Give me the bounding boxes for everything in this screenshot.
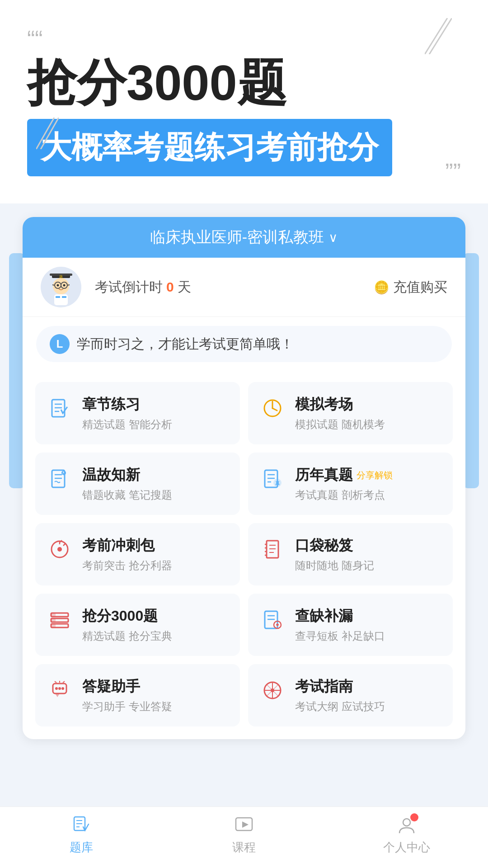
pocket-title: 口袋秘笈 [295,536,374,556]
grab-title: 抢分3000题 [82,606,172,626]
grab-icon [46,606,73,633]
menu-item-qa[interactable]: 答疑助手 学习助手 专业答疑 [35,664,240,726]
history-badge: 分享解锁 [357,469,393,481]
profile-icon-wrapper [397,815,417,837]
countdown-area: 考试倒计时 0 天 [95,278,374,297]
mock-exam-texts: 模拟考场 模拟试题 随机模考 [295,395,385,432]
history-texts: 历年真题 分享解锁 考试真题 剖析考点 [295,465,393,502]
svg-rect-52 [51,618,56,622]
deco-lines-top [425,18,452,54]
mock-exam-icon [259,395,286,422]
countdown-unit: 天 [178,278,191,297]
pocket-sub: 随时随地 随身记 [295,558,374,573]
profile-badge [410,813,418,821]
review-texts: 温故知新 错题收藏 笔记搜题 [82,465,172,502]
mock-exam-sub: 模拟试题 随机模考 [295,417,385,432]
menu-item-history[interactable]: 真 历年真题 分享解锁 考试真题 剖析考点 [248,453,453,515]
menu-item-mock[interactable]: 模拟考场 模拟试题 随机模考 [248,382,453,444]
checkgap-icon [259,606,286,633]
menu-item-pocket[interactable]: 口袋秘笈 随时随地 随身记 [248,523,453,585]
motivational-bar: L 学而时习之，才能让考试更简单哦！ [36,326,452,362]
svg-line-1 [429,18,452,54]
menu-item-sprint[interactable]: 考前冲刺包 考前突击 抢分利器 [35,523,240,585]
svg-rect-51 [51,613,56,617]
nav-label-course: 课程 [232,840,256,855]
review-title: 温故知新 [82,465,172,485]
recharge-icon: 🪙 [374,280,389,295]
guide-icon [259,677,286,704]
card-header-title: 临床执业医师-密训私教班 [150,227,324,248]
nav-item-tiku[interactable]: 题库 [41,815,122,855]
svg-line-0 [425,18,447,54]
sprint-sub: 考前突击 抢分利器 [82,558,172,573]
hero-section: ““ 抢分3000题 大概率考题练习考前抢分 ”” [0,0,488,203]
hero-quote-open: ““ [27,27,461,51]
menu-item-checkgap[interactable]: 查缺补漏 查寻短板 补足缺口 [248,594,453,656]
mock-exam-title: 模拟考场 [295,395,385,415]
user-bar: 题 [23,258,465,317]
checkgap-title: 查缺补漏 [295,606,385,626]
chevron-down-icon: ∨ [328,230,338,245]
qa-icon [46,677,73,704]
chapter-practice-sub: 精选试题 智能分析 [82,417,172,432]
svg-line-11 [52,285,55,285]
chapter-practice-title: 章节练习 [82,395,172,415]
countdown-num: 0 [166,279,174,295]
grab-texts: 抢分3000题 精选试题 抢分宝典 [82,606,172,643]
nav-label-tiku: 题库 [70,840,93,855]
nav-item-profile[interactable]: 个人中心 [366,815,447,855]
qa-texts: 答疑助手 学习助手 专业答疑 [82,677,172,714]
history-icon: 真 [259,465,286,492]
menu-item-review[interactable]: 温故知新 错题收藏 笔记搜题 [35,453,240,515]
svg-point-13 [57,284,59,287]
recharge-button[interactable]: 🪙 充值购买 [374,278,447,297]
sprint-texts: 考前冲刺包 考前突击 抢分利器 [82,536,172,573]
menu-item-chapter[interactable]: 章节练习 精选试题 智能分析 [35,382,240,444]
svg-line-66 [63,681,65,683]
checkgap-sub: 查寻短板 补足缺口 [295,629,385,643]
clock-icon: L [50,334,70,354]
bottom-nav: 题库 课程 个人中心 [0,807,488,868]
svg-line-64 [55,681,56,683]
menu-item-grab[interactable]: 抢分3000题 精选试题 抢分宝典 [35,594,240,656]
pocket-texts: 口袋秘笈 随时随地 随身记 [295,536,374,573]
review-icon [46,465,73,492]
svg-point-63 [61,687,64,690]
side-bar-right [463,253,479,488]
nav-label-profile: 个人中心 [383,840,430,855]
svg-rect-16 [56,296,60,298]
svg-rect-17 [62,296,66,298]
qa-title: 答疑助手 [82,677,172,697]
sprint-icon [46,536,73,563]
svg-line-38 [63,543,66,546]
avatar: 题 [41,267,81,307]
guide-sub: 考试大纲 应试技巧 [295,699,385,714]
main-area: 临床执业医师-密训私教班 ∨ 题 [0,203,488,748]
nav-item-course[interactable]: 课程 [203,815,285,855]
recharge-label: 充值购买 [393,278,447,297]
chapter-practice-icon [46,395,73,422]
hero-subtitle-text: 大概率考题练习考前抢分 [41,130,379,164]
review-sub: 错题收藏 笔记搜题 [82,488,172,502]
menu-item-guide[interactable]: 考试指南 考试大纲 应试技巧 [248,664,453,726]
svg-point-73 [271,689,274,692]
hero-subtitle-bar: 大概率考题练习考前抢分 [27,119,392,176]
hero-title: 抢分3000题 [27,55,461,110]
pocket-icon [259,536,286,563]
history-title: 历年真题 分享解锁 [295,465,393,485]
guide-texts: 考试指南 考试大纲 应试技巧 [295,677,385,714]
guide-title: 考试指南 [295,677,385,697]
card-header[interactable]: 临床执业医师-密训私教班 ∨ [23,217,465,258]
svg-line-3 [41,118,59,149]
checkgap-texts: 查缺补漏 查寻短板 补足缺口 [295,606,385,643]
svg-line-2 [36,118,54,149]
menu-grid: 章节练习 精选试题 智能分析 模拟考场 模 [23,371,465,739]
countdown-label: 考试倒计时 [95,278,163,297]
svg-point-61 [55,687,58,690]
sprint-title: 考前冲刺包 [82,536,172,556]
svg-text:真: 真 [275,481,280,486]
svg-marker-67 [55,693,60,697]
motivational-text: 学而时习之，才能让考试更简单哦！ [77,335,294,354]
svg-point-36 [57,547,62,552]
svg-rect-15 [54,294,68,305]
